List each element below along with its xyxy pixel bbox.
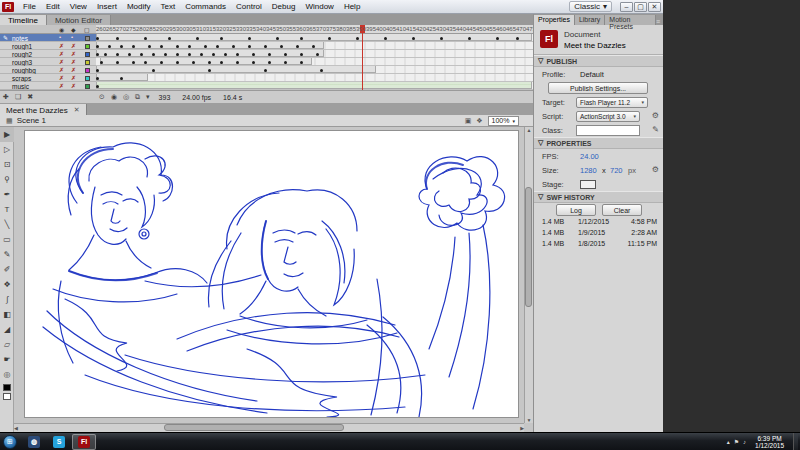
keyframe-dot[interactable] [144,61,147,64]
layer-row-roughbg[interactable]: roughbg✗✗ [0,66,96,74]
keyframe-dot[interactable] [496,37,499,40]
menu-file[interactable]: File [18,2,41,11]
keyframe-dot[interactable] [200,53,203,56]
keyframe-dot[interactable] [132,45,135,48]
properties-section-header[interactable]: ▽ PROPERTIES [534,137,663,149]
edit-multiple-frames-button[interactable]: ⧉ [132,93,143,101]
layer-visibility-toggle[interactable]: ✗ [59,82,64,89]
action-center-icon[interactable]: ⚑ [734,438,739,445]
publish-settings-button[interactable]: Publish Settings... [548,82,648,94]
show-desktop-button[interactable] [793,433,798,450]
layer-outline-color[interactable] [85,76,90,81]
frames-row-scraps[interactable] [96,74,533,82]
bone-tool[interactable]: ∫ [0,292,14,307]
edit-symbols-icon[interactable]: ❖ [476,117,482,125]
free-transform-tool[interactable]: ⊡ [0,157,14,172]
keyframe-dot[interactable] [276,37,279,40]
keyframe-dot[interactable] [188,45,191,48]
size-width-value[interactable]: 1280 [580,166,597,175]
brush-tool[interactable]: ✐ [0,262,14,277]
deco-tool[interactable]: ❖ [0,277,14,292]
layer-outline-color[interactable] [85,36,90,41]
keyframe-dot[interactable] [196,37,199,40]
frames-grid[interactable] [96,34,533,90]
frame-span[interactable] [96,82,532,89]
fps-value[interactable]: 24.00 [580,152,599,161]
keyframe-dot[interactable] [440,37,443,40]
keyframe-dot[interactable] [316,53,319,56]
script-settings-icon[interactable]: ⚙ [652,111,659,120]
keyframe-dot[interactable] [148,45,151,48]
line-tool[interactable]: ╲ [0,217,14,232]
edit-class-icon[interactable]: ✎ [652,125,659,134]
keyframe-dot[interactable] [160,45,163,48]
frame-span[interactable] [96,42,324,49]
layer-visibility-toggle[interactable]: • [59,34,61,40]
keyframe-dot[interactable] [116,37,119,40]
keyframe-dot[interactable] [312,45,315,48]
frames-row-rough3[interactable] [96,58,533,66]
keyframe-dot[interactable] [284,61,287,64]
menu-edit[interactable]: Edit [41,2,65,11]
size-height-value[interactable]: 720 [610,166,623,175]
keyframe-dot[interactable] [192,61,195,64]
keyframe-dot[interactable] [176,45,179,48]
keyframe-dot[interactable] [356,37,359,40]
keyframe-dot[interactable] [144,37,147,40]
lasso-tool[interactable]: ⚲ [0,172,14,187]
layer-lock-toggle[interactable]: ✗ [71,50,76,57]
vertical-scroll-thumb[interactable] [525,187,532,307]
keyframe-dot[interactable] [140,53,143,56]
frame-ruler[interactable]: 2602652702752802852902953003053103153203… [96,25,533,34]
zoom-control[interactable]: 100% ▾ [488,116,519,126]
layer-lock-toggle[interactable]: ✗ [71,82,76,89]
target-dropdown[interactable]: Flash Player 11.2 ▾ [576,97,648,108]
taskbar-app-button[interactable]: ◍ [22,434,46,450]
keyframe-dot[interactable] [116,53,119,56]
eraser-tool[interactable]: ▱ [0,337,14,352]
layer-visibility-toggle[interactable]: ✗ [59,66,64,73]
keyframe-dot[interactable] [168,37,171,40]
new-layer-button[interactable]: ✚ [0,93,12,101]
keyframe-dot[interactable] [96,85,99,88]
layer-lock-toggle[interactable]: ✗ [71,66,76,73]
frame-span[interactable] [96,66,376,73]
fill-color-swatch[interactable] [3,393,11,400]
edit-scene-icon[interactable]: ▣ [465,117,472,125]
taskbar-flash-button[interactable]: Fl [72,434,96,450]
keyframe-dot[interactable] [468,37,471,40]
layer-lock-toggle[interactable]: ✗ [71,74,76,81]
keyframe-dot[interactable] [152,69,155,72]
keyframe-dot[interactable] [328,37,331,40]
onion-skin-button[interactable]: ◉ [108,93,120,101]
layer-row-notes[interactable]: ✎notes•• [0,34,96,42]
layer-outline-color[interactable] [85,44,90,49]
keyframe-dot[interactable] [248,45,251,48]
close-document-icon[interactable]: ✕ [74,106,80,114]
delete-layer-button[interactable]: ✖ [24,93,36,101]
menu-control[interactable]: Control [231,2,267,11]
keyframe-dot[interactable] [132,61,135,64]
frames-row-rough1[interactable] [96,42,533,50]
layer-outline-color[interactable] [85,68,90,73]
lock-icon[interactable]: ◆ [71,26,76,33]
new-folder-button[interactable]: ❏ [12,93,24,101]
clear-button[interactable]: Clear [602,204,642,216]
keyframe-dot[interactable] [96,37,99,40]
layer-visibility-toggle[interactable]: ✗ [59,42,64,49]
tab-timeline[interactable]: Timeline [0,15,47,25]
keyframe-dot[interactable] [264,69,267,72]
frames-row-notes[interactable] [96,34,533,42]
keyframe-dot[interactable] [300,53,303,56]
frames-row-music[interactable] [96,82,533,90]
keyframe-dot[interactable] [412,37,415,40]
keyframe-dot[interactable] [280,45,283,48]
minimize-button[interactable]: – [620,2,633,12]
log-button[interactable]: Log [556,204,596,216]
keyframe-dot[interactable] [320,69,323,72]
paint-bucket-tool[interactable]: ◧ [0,307,14,322]
playhead-line[interactable] [362,25,363,90]
keyframe-dot[interactable] [284,53,287,56]
hand-tool[interactable]: ☛ [0,352,14,367]
layer-row-scraps[interactable]: scraps✗✗ [0,74,96,82]
